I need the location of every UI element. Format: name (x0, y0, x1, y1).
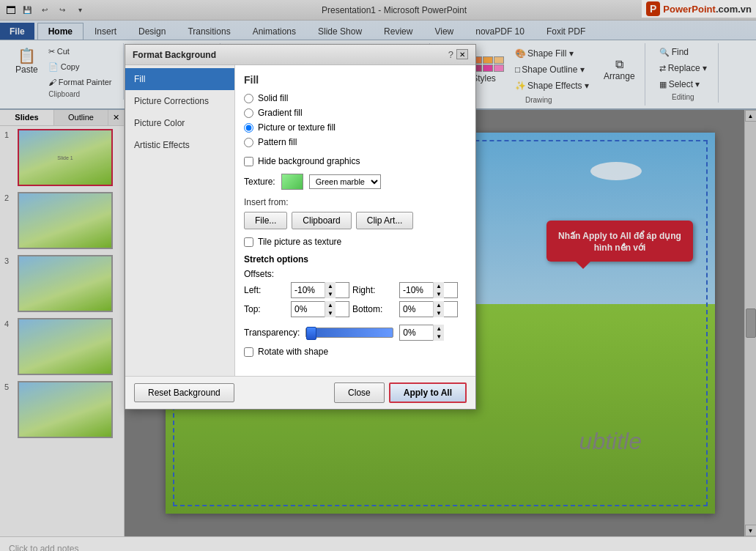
left-offset-input[interactable] (292, 284, 325, 297)
pattern-fill-radio[interactable] (244, 138, 253, 147)
transparency-field[interactable]: ▲ ▼ (399, 325, 443, 341)
insert-from-label: Insert from: (244, 197, 467, 207)
transparency-input[interactable] (400, 326, 433, 339)
gradient-fill-option[interactable]: Gradient fill (244, 108, 467, 118)
solid-fill-radio[interactable] (244, 94, 253, 103)
offsets-grid: Left: ▲ ▼ Right: ▲ (244, 282, 467, 317)
bottom-spin-up[interactable]: ▲ (434, 301, 444, 309)
tile-checkbox-item[interactable]: Tile picture as texture (244, 237, 467, 247)
dialog-help-btn[interactable]: ? (448, 49, 453, 60)
transparency-spin[interactable]: ▲ ▼ (433, 325, 444, 341)
right-spin-up[interactable]: ▲ (434, 282, 444, 290)
left-spin-down[interactable]: ▼ (325, 290, 336, 298)
rotate-checkbox-item[interactable]: Rotate with shape (244, 347, 467, 357)
dialog-footer: Reset Background Close Apply to All (125, 376, 475, 409)
right-offset-input[interactable] (400, 284, 433, 297)
bottom-offset-input[interactable] (400, 303, 433, 316)
left-offset-spin[interactable]: ▲ ▼ (325, 282, 336, 298)
picture-texture-fill-option[interactable]: Picture or texture fill (244, 122, 467, 133)
file-btn[interactable]: File... (244, 212, 287, 229)
fill-options-group: Solid fill Gradient fill Picture or text… (244, 93, 467, 147)
left-spin-up[interactable]: ▲ (325, 282, 336, 290)
bottom-spin-down[interactable]: ▼ (434, 309, 444, 317)
texture-row: Texture: Green marble (244, 174, 467, 190)
transparency-slider-track[interactable] (305, 328, 393, 338)
solid-fill-option[interactable]: Solid fill (244, 93, 467, 103)
transparency-spin-up[interactable]: ▲ (434, 325, 444, 333)
stretch-title: Stretch options (244, 254, 467, 265)
top-offset-field[interactable]: ▲ ▼ (291, 301, 349, 317)
right-offset-spin[interactable]: ▲ ▼ (433, 282, 444, 298)
apply-to-all-btn[interactable]: Apply to All (389, 382, 467, 403)
dialog-overlay: Format Background ? ✕ Fill Picture Corre… (0, 0, 756, 551)
left-label: Left: (244, 285, 288, 295)
clipboard-btn[interactable]: Clipboard (292, 212, 351, 229)
gradient-fill-radio[interactable] (244, 108, 253, 118)
sidebar-item-picture-corrections[interactable]: Picture Corrections (125, 90, 234, 112)
right-spin-down[interactable]: ▼ (434, 290, 444, 298)
right-offset-field[interactable]: ▲ ▼ (399, 282, 458, 298)
sidebar-item-picture-color[interactable]: Picture Color (125, 112, 234, 134)
reset-background-btn[interactable]: Reset Background (134, 383, 234, 402)
close-dialog-btn[interactable]: Close (334, 382, 385, 403)
bottom-label: Bottom: (352, 304, 396, 314)
right-label: Right: (352, 285, 396, 295)
texture-preview (281, 174, 303, 190)
dialog-title: Format Background (133, 50, 216, 60)
dialog-sidebar: Fill Picture Corrections Picture Color A… (125, 65, 235, 376)
offsets-section: Offsets: Left: ▲ ▼ Right: (244, 269, 467, 317)
hide-bg-checkbox[interactable] (244, 157, 253, 166)
clip-art-btn[interactable]: Clip Art... (356, 212, 414, 229)
sidebar-item-artistic-effects[interactable]: Artistic Effects (125, 134, 234, 156)
left-offset-field[interactable]: ▲ ▼ (291, 282, 349, 298)
hide-bg-checkbox-item[interactable]: Hide background graphics (244, 156, 467, 166)
dialog-title-bar: Format Background ? ✕ (125, 45, 475, 65)
dialog-body: Fill Picture Corrections Picture Color A… (125, 65, 475, 376)
bottom-offset-spin[interactable]: ▲ ▼ (433, 301, 444, 317)
bottom-offset-field[interactable]: ▲ ▼ (399, 301, 458, 317)
rotate-checkbox[interactable] (244, 347, 253, 357)
top-spin-up[interactable]: ▲ (325, 301, 336, 309)
top-offset-spin[interactable]: ▲ ▼ (325, 301, 336, 317)
transparency-row: Transparency: ▲ ▼ (244, 325, 467, 341)
top-offset-input[interactable] (292, 303, 325, 316)
texture-dropdown[interactable]: Green marble (309, 174, 381, 189)
picture-texture-fill-radio[interactable] (244, 123, 253, 133)
offsets-label: Offsets: (244, 269, 467, 279)
insert-buttons: File... Clipboard Clip Art... (244, 212, 467, 229)
top-label: Top: (244, 304, 288, 314)
transparency-spin-down[interactable]: ▼ (434, 333, 444, 341)
dialog-fill-content: Fill Solid fill Gradient fill Picture or… (235, 65, 475, 376)
sidebar-item-fill[interactable]: Fill (125, 68, 234, 90)
fill-section-title: Fill (244, 74, 467, 86)
transparency-label: Transparency: (244, 328, 300, 338)
format-background-dialog: Format Background ? ✕ Fill Picture Corre… (125, 44, 476, 410)
top-spin-down[interactable]: ▼ (325, 309, 336, 317)
dialog-close-btn[interactable]: ✕ (456, 49, 468, 59)
tile-checkbox[interactable] (244, 237, 253, 247)
transparency-slider-thumb[interactable] (306, 327, 316, 340)
pattern-fill-option[interactable]: Pattern fill (244, 137, 467, 147)
